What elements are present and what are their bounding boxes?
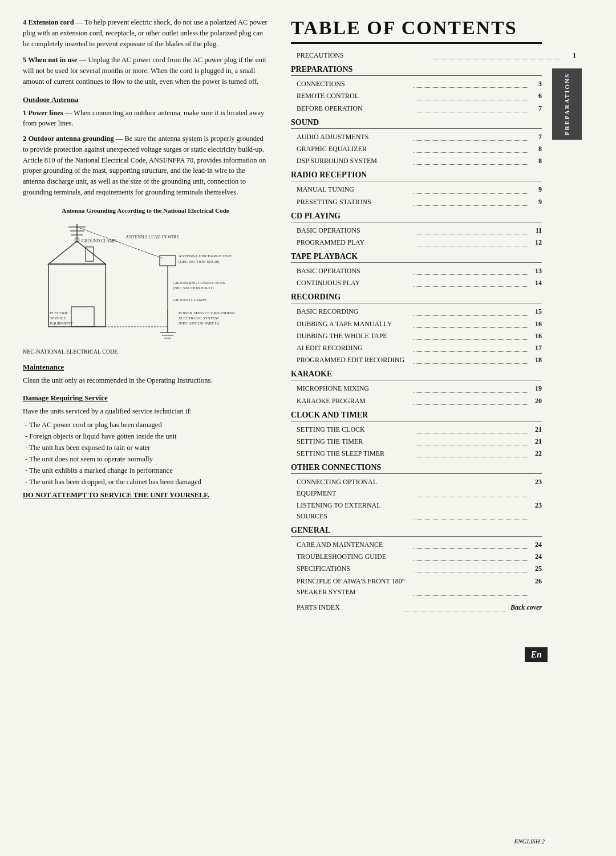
toc-label-0-1: REMOTE CONTROL [297,91,411,102]
svg-text:(NEC SECTION 810-20): (NEC SECTION 810-20) [179,259,220,264]
toc-page-8-0: 23 [530,477,542,498]
damage-item-3: - The unit does not seem to operate norm… [25,453,268,465]
toc-section-title-1: SOUND [291,118,542,129]
maintenance-heading: Maintenance [23,363,268,372]
toc-page-0-2: 7 [530,103,542,114]
toc-label-9-2: SPECIFICATIONS [297,563,411,574]
toc-dots-4-1 [414,276,528,287]
toc-dots-9-0 [414,538,528,549]
damage-item-5: - The unit has been dropped, or the cabi… [25,476,268,488]
toc-label-1-2: DSP SURROUND SYSTEM [297,156,411,167]
toc-section-title-3: CD PLAYING [291,212,542,222]
toc-dots-5-2 [414,329,528,340]
toc-title: TABLE OF CONTENTS [291,17,542,44]
toc-label-9-3: PRINCIPLE OF AIWA'S FRONT 180° SPEAKER S… [297,576,411,598]
left-column: 4 Extension cord — To help prevent elect… [0,0,279,856]
toc-section-title-7: CLOCK AND TIMER [291,411,542,421]
toc-dots-0-1 [414,89,528,100]
toc-dots-1-1 [414,142,528,153]
parts-index-entry: PARTS INDEX Back cover [291,602,542,614]
toc-page-2-0: 9 [530,184,542,195]
toc-entry-9-2: SPECIFICATIONS25 [291,563,542,575]
svg-text:(NEC SECTION 810-21): (NEC SECTION 810-21) [173,286,214,290]
toc-section-title-6: KARAOKE [291,370,542,380]
toc-page-0-1: 6 [530,91,542,102]
toc-dots-5-0 [414,305,528,315]
toc-page-9-1: 24 [530,551,542,562]
maintenance-section: Maintenance Clean the unit only as recom… [23,363,268,386]
precaution-4-bold: Extension cord [28,18,74,26]
toc-section-3: CD PLAYINGBASIC OPERATIONS11PROGRAMMED P… [291,212,542,249]
toc-section-1: SOUNDAUDIO ADJUSTMENTS7GRAPHIC EQUALIZER… [291,118,542,168]
toc-section-title-5: RECORDING [291,293,542,303]
damage-item-0: - The AC power cord or plug has been dam… [25,419,268,431]
toc-page-4-1: 14 [530,278,542,289]
toc-section-7: CLOCK AND TIMERSETTING THE CLOCK21SETTIN… [291,411,542,460]
toc-label-5-1: DUBBING A TAPE MANUALLY [297,319,411,330]
toc-entry-1-0: AUDIO ADJUSTMENTS7 [291,131,542,143]
svg-text:GROUND CLAMPS: GROUND CLAMPS [173,298,207,302]
toc-dots-2-1 [414,195,528,206]
toc-label-9-0: CARE AND MAINTENANCE [297,539,411,550]
svg-text:POWER SERVICE GROUNDING: POWER SERVICE GROUNDING [179,311,235,315]
toc-label-5-0: BASIC RECORDING [297,306,411,317]
svg-marker-1 [48,241,106,264]
toc-page-1-0: 7 [530,132,542,143]
toc-entry-0-2: BEFORE OPERATION7 [291,103,542,115]
toc-page-5-4: 18 [530,355,542,366]
toc-section-8: OTHER CONNECTIONSCONNECTING OPTIONAL EQU… [291,463,542,522]
toc-entry-7-2: SETTING THE SLEEP TIMER22 [291,448,542,460]
precaution-5-bold: When not in use [28,56,77,64]
toc-entry-0-0: CONNECTIONS3 [291,78,542,90]
toc-section-4: TAPE PLAYBACKBASIC OPERATIONS13CONTINUOU… [291,252,542,289]
toc-entry-4-0: BASIC OPERATIONS13 [291,265,542,277]
toc-dots-7-0 [414,423,528,433]
toc-label-1-1: GRAPHIC EQUALIZER [297,144,411,155]
toc-label-7-1: SETTING THE TIMER [297,436,411,447]
toc-dots-1-2 [414,154,528,165]
toc-entry-3-0: BASIC OPERATIONS11 [291,225,542,237]
toc-label-5-4: PROGRAMMED EDIT RECORDING [297,355,411,366]
toc-dots-9-1 [414,550,528,561]
toc-dots-7-1 [414,435,528,445]
bottom-english-label: ENGLISH 2 [514,838,545,845]
damage-intro: Have the units serviced by a qualified s… [23,406,268,417]
toc-entry-2-1: PRESETTING STATIONS9 [291,196,542,208]
toc-entry-7-1: SETTING THE TIMER21 [291,436,542,448]
toc-page-1-2: 8 [530,156,542,167]
toc-page-4-0: 13 [530,266,542,277]
toc-label-3-1: PROGRAMMED PLAY [297,237,411,248]
toc-section-0: PREPARATIONSCONNECTIONS3REMOTE CONTROL6B… [291,65,542,115]
toc-entry-8-0: CONNECTING OPTIONAL EQUIPMENT23 [291,476,542,499]
side-tab: PREPARATIONS [552,68,582,140]
toc-label-0-2: BEFORE OPERATION [297,103,411,114]
toc-section-title-4: TAPE PLAYBACK [291,252,542,263]
svg-text:EQUIPMENT: EQUIPMENT [50,321,73,326]
toc-section-5: RECORDINGBASIC RECORDING15DUBBING A TAPE… [291,293,542,366]
toc-label-6-0: MICROPHONE MIXING [297,383,411,394]
svg-text:ANTENNA LEAD IN WIRE: ANTENNA LEAD IN WIRE [125,234,179,240]
damage-heading: Damage Requiring Service [23,393,268,403]
toc-page-9-3: 26 [530,576,542,598]
precautions-page: 1 [565,50,576,61]
toc-dots-6-1 [414,394,528,405]
toc-dots-9-3 [414,574,528,596]
precaution-4: 4 Extension cord — To help prevent elect… [23,17,268,49]
toc-dots-0-2 [414,102,528,112]
toc-page-5-3: 17 [530,343,542,354]
antenna-diagram: ANTENNA LEAD IN WIRE ANTENNA DISCHARGE U… [37,218,254,344]
svg-text:ELECTRODE SYSTEM: ELECTRODE SYSTEM [179,316,219,321]
parts-index-dots [404,601,509,611]
damage-item-1: - Foreign objects or liquid have gotten … [25,431,268,442]
toc-label-2-0: MANUAL TUNING [297,184,411,195]
toc-dots-4-0 [414,264,528,275]
antenna-diagram-section: Antenna Grounding According to the Natio… [23,207,268,355]
toc-label-6-1: KARAOKE PROGRAM [297,396,411,407]
toc-entry-4-1: CONTINUOUS PLAY14 [291,277,542,289]
svg-text:ANTENNA DISCHARGE UNIT: ANTENNA DISCHARGE UNIT [179,254,232,258]
toc-page-2-1: 9 [530,197,542,208]
nec-label: NEC-NATIONAL ELECTRICAL CODE [23,348,268,355]
toc-entry-9-1: TROUBLESHOOTING GUIDE24 [291,551,542,563]
svg-text:SERVICE: SERVICE [50,316,66,321]
right-column: TABLE OF CONTENTS PRECAUTIONS 1 PREPARAT… [279,0,582,856]
